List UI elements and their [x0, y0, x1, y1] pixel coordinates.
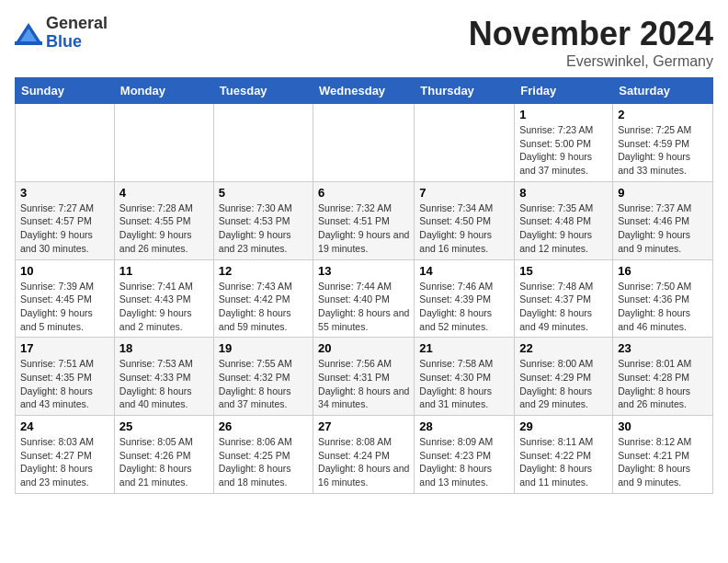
day-info: Sunrise: 8:03 AM Sunset: 4:27 PM Dayligh… — [20, 435, 109, 489]
day-info: Sunrise: 7:51 AM Sunset: 4:35 PM Dayligh… — [20, 357, 109, 411]
week-row-1: 1Sunrise: 7:23 AM Sunset: 5:00 PM Daylig… — [16, 104, 713, 182]
location: Everswinkel, Germany — [469, 53, 713, 70]
day-info: Sunrise: 8:12 AM Sunset: 4:21 PM Dayligh… — [618, 435, 708, 489]
calendar-cell-w1-d1 — [114, 104, 213, 182]
day-info: Sunrise: 8:01 AM Sunset: 4:28 PM Dayligh… — [618, 357, 708, 411]
page-header: General Blue November 2024 Everswinkel, … — [15, 15, 713, 70]
calendar-cell-w3-d3: 13Sunrise: 7:44 AM Sunset: 4:40 PM Dayli… — [313, 259, 415, 338]
weekday-friday: Friday — [515, 78, 613, 104]
day-info: Sunrise: 7:44 AM Sunset: 4:40 PM Dayligh… — [318, 280, 409, 334]
calendar-table: SundayMondayTuesdayWednesdayThursdayFrid… — [15, 77, 713, 494]
day-number: 25 — [119, 419, 209, 433]
day-info: Sunrise: 8:11 AM Sunset: 4:22 PM Dayligh… — [519, 435, 608, 489]
day-number: 23 — [618, 341, 708, 355]
week-row-5: 24Sunrise: 8:03 AM Sunset: 4:27 PM Dayli… — [16, 416, 713, 494]
weekday-tuesday: Tuesday — [213, 78, 313, 104]
calendar-cell-w3-d0: 10Sunrise: 7:39 AM Sunset: 4:45 PM Dayli… — [16, 259, 115, 338]
weekday-sunday: Sunday — [16, 78, 115, 104]
day-number: 6 — [318, 186, 409, 200]
calendar-cell-w5-d1: 25Sunrise: 8:05 AM Sunset: 4:26 PM Dayli… — [114, 416, 213, 494]
day-info: Sunrise: 7:50 AM Sunset: 4:36 PM Dayligh… — [618, 280, 708, 334]
week-row-4: 17Sunrise: 7:51 AM Sunset: 4:35 PM Dayli… — [16, 338, 713, 416]
logo-icon — [15, 19, 42, 47]
day-number: 16 — [618, 264, 708, 278]
calendar-cell-w5-d4: 28Sunrise: 8:09 AM Sunset: 4:23 PM Dayli… — [415, 416, 515, 494]
day-number: 15 — [519, 264, 608, 278]
weekday-thursday: Thursday — [415, 78, 515, 104]
weekday-wednesday: Wednesday — [313, 78, 415, 104]
calendar-cell-w3-d5: 15Sunrise: 7:48 AM Sunset: 4:37 PM Dayli… — [515, 259, 613, 338]
day-number: 12 — [219, 264, 308, 278]
week-row-2: 3Sunrise: 7:27 AM Sunset: 4:57 PM Daylig… — [16, 181, 713, 259]
month-title: November 2024 — [469, 15, 713, 53]
title-block: November 2024 Everswinkel, Germany — [469, 15, 713, 70]
calendar-cell-w2-d5: 8Sunrise: 7:35 AM Sunset: 4:48 PM Daylig… — [515, 181, 613, 259]
calendar-cell-w4-d1: 18Sunrise: 7:53 AM Sunset: 4:33 PM Dayli… — [114, 338, 213, 416]
day-info: Sunrise: 7:30 AM Sunset: 4:53 PM Dayligh… — [219, 201, 308, 256]
day-info: Sunrise: 7:41 AM Sunset: 4:43 PM Dayligh… — [119, 280, 209, 334]
day-info: Sunrise: 7:35 AM Sunset: 4:48 PM Dayligh… — [519, 201, 608, 256]
calendar-cell-w4-d4: 21Sunrise: 7:58 AM Sunset: 4:30 PM Dayli… — [415, 338, 515, 416]
logo: General Blue — [15, 15, 108, 52]
calendar-cell-w2-d2: 5Sunrise: 7:30 AM Sunset: 4:53 PM Daylig… — [213, 181, 313, 259]
calendar-cell-w5-d6: 30Sunrise: 8:12 AM Sunset: 4:21 PM Dayli… — [613, 416, 713, 494]
weekday-row: SundayMondayTuesdayWednesdayThursdayFrid… — [16, 78, 713, 104]
calendar-cell-w5-d3: 27Sunrise: 8:08 AM Sunset: 4:24 PM Dayli… — [313, 416, 415, 494]
day-number: 18 — [119, 341, 209, 355]
calendar-cell-w1-d3 — [313, 104, 415, 182]
calendar-cell-w2-d3: 6Sunrise: 7:32 AM Sunset: 4:51 PM Daylig… — [313, 181, 415, 259]
day-number: 30 — [618, 419, 708, 433]
calendar-cell-w1-d6: 2Sunrise: 7:25 AM Sunset: 4:59 PM Daylig… — [613, 104, 713, 182]
calendar-cell-w4-d0: 17Sunrise: 7:51 AM Sunset: 4:35 PM Dayli… — [16, 338, 115, 416]
day-number: 4 — [119, 186, 209, 200]
day-info: Sunrise: 7:48 AM Sunset: 4:37 PM Dayligh… — [519, 280, 608, 334]
calendar-cell-w5-d5: 29Sunrise: 8:11 AM Sunset: 4:22 PM Dayli… — [515, 416, 613, 494]
day-number: 14 — [419, 264, 509, 278]
calendar-cell-w1-d4 — [415, 104, 515, 182]
week-row-3: 10Sunrise: 7:39 AM Sunset: 4:45 PM Dayli… — [16, 259, 713, 338]
day-number: 28 — [419, 419, 509, 433]
day-info: Sunrise: 8:05 AM Sunset: 4:26 PM Dayligh… — [119, 435, 209, 489]
day-number: 3 — [20, 186, 109, 200]
logo-general-text: General — [46, 15, 108, 33]
day-number: 29 — [519, 419, 608, 433]
day-number: 17 — [20, 341, 109, 355]
day-number: 1 — [519, 108, 608, 121]
calendar-cell-w2-d4: 7Sunrise: 7:34 AM Sunset: 4:50 PM Daylig… — [415, 181, 515, 259]
calendar-cell-w4-d2: 19Sunrise: 7:55 AM Sunset: 4:32 PM Dayli… — [213, 338, 313, 416]
day-number: 13 — [318, 264, 409, 278]
day-info: Sunrise: 7:53 AM Sunset: 4:33 PM Dayligh… — [119, 357, 209, 411]
day-number: 2 — [618, 108, 708, 121]
day-number: 27 — [318, 419, 409, 433]
day-number: 8 — [519, 186, 608, 200]
day-info: Sunrise: 8:08 AM Sunset: 4:24 PM Dayligh… — [318, 435, 409, 489]
day-info: Sunrise: 8:09 AM Sunset: 4:23 PM Dayligh… — [419, 435, 509, 489]
calendar-header: SundayMondayTuesdayWednesdayThursdayFrid… — [16, 78, 713, 104]
day-info: Sunrise: 7:37 AM Sunset: 4:46 PM Dayligh… — [618, 201, 708, 256]
weekday-saturday: Saturday — [613, 78, 713, 104]
calendar-cell-w2-d6: 9Sunrise: 7:37 AM Sunset: 4:46 PM Daylig… — [613, 181, 713, 259]
calendar-cell-w3-d4: 14Sunrise: 7:46 AM Sunset: 4:39 PM Dayli… — [415, 259, 515, 338]
day-info: Sunrise: 7:56 AM Sunset: 4:31 PM Dayligh… — [318, 357, 409, 411]
day-info: Sunrise: 8:06 AM Sunset: 4:25 PM Dayligh… — [219, 435, 308, 489]
day-number: 21 — [419, 341, 509, 355]
day-number: 11 — [119, 264, 209, 278]
day-info: Sunrise: 7:27 AM Sunset: 4:57 PM Dayligh… — [20, 201, 109, 256]
day-number: 22 — [519, 341, 608, 355]
day-info: Sunrise: 7:34 AM Sunset: 4:50 PM Dayligh… — [419, 201, 509, 256]
day-info: Sunrise: 7:32 AM Sunset: 4:51 PM Dayligh… — [318, 201, 409, 256]
day-info: Sunrise: 7:43 AM Sunset: 4:42 PM Dayligh… — [219, 280, 308, 334]
day-info: Sunrise: 7:58 AM Sunset: 4:30 PM Dayligh… — [419, 357, 509, 411]
calendar-cell-w5-d2: 26Sunrise: 8:06 AM Sunset: 4:25 PM Dayli… — [213, 416, 313, 494]
calendar-cell-w1-d5: 1Sunrise: 7:23 AM Sunset: 5:00 PM Daylig… — [515, 104, 613, 182]
day-info: Sunrise: 7:55 AM Sunset: 4:32 PM Dayligh… — [219, 357, 308, 411]
day-number: 20 — [318, 341, 409, 355]
calendar-cell-w4-d6: 23Sunrise: 8:01 AM Sunset: 4:28 PM Dayli… — [613, 338, 713, 416]
calendar-cell-w1-d2 — [213, 104, 313, 182]
calendar-cell-w3-d1: 11Sunrise: 7:41 AM Sunset: 4:43 PM Dayli… — [114, 259, 213, 338]
logo-blue-text: Blue — [46, 33, 108, 52]
calendar-cell-w4-d3: 20Sunrise: 7:56 AM Sunset: 4:31 PM Dayli… — [313, 338, 415, 416]
calendar-cell-w3-d2: 12Sunrise: 7:43 AM Sunset: 4:42 PM Dayli… — [213, 259, 313, 338]
day-number: 9 — [618, 186, 708, 200]
day-info: Sunrise: 7:28 AM Sunset: 4:55 PM Dayligh… — [119, 201, 209, 256]
